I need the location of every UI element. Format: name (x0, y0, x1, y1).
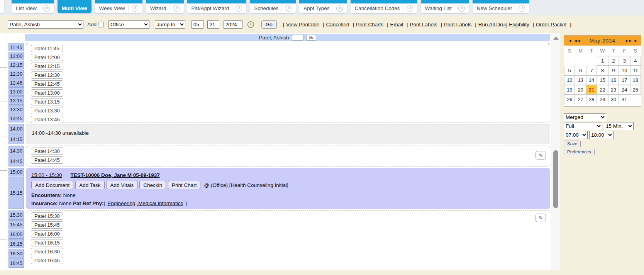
open-slot-button[interactable]: Patel 16:15 (31, 239, 63, 246)
time-cell[interactable]: 13:30 (8, 105, 24, 114)
fb-button[interactable]: f/b (306, 35, 316, 41)
minimize-column-button[interactable]: — (292, 35, 303, 41)
open-slot-button[interactable]: Patel 15:45 (31, 221, 63, 229)
time-cell[interactable]: 12:30 (8, 70, 24, 78)
open-slot-button[interactable]: Patel 13:00 (31, 89, 63, 97)
open-slot-button[interactable]: Patel 14:45 (31, 156, 63, 164)
save-button[interactable]: Save (564, 141, 581, 147)
scrollbar-thumb[interactable] (553, 150, 558, 208)
calendar-day-cell[interactable]: 28 (586, 95, 597, 104)
time-cell[interactable]: 12:00 (8, 52, 24, 60)
calendar-day-cell[interactable]: 25 (630, 85, 641, 95)
calendar-day-cell[interactable]: 19 (564, 85, 575, 95)
external-link-icon[interactable]: ↗ (336, 5, 343, 12)
calendar-day-cell[interactable]: 17 (619, 75, 630, 85)
time-cell[interactable]: 16:30 (8, 249, 24, 258)
external-link-icon[interactable]: ↗ (285, 5, 291, 12)
calendar-day-cell[interactable] (575, 56, 586, 66)
time-cell[interactable]: 15:00 (8, 168, 24, 176)
appointment-time-link[interactable]: 15:00 - 15:30 (31, 172, 62, 178)
calendar-day-cell[interactable]: 1 (597, 56, 608, 66)
appointment-block[interactable]: 15:00 - 15:30 TEST-10006 Doe, Jane M 05-… (26, 168, 550, 209)
time-cell[interactable]: 12:45 (8, 78, 24, 87)
calendar-next-fast-icon[interactable]: ►► (625, 38, 632, 43)
open-slot-button[interactable]: Patel 13:15 (31, 98, 63, 105)
end-time-select[interactable]: 18:00 (589, 131, 613, 139)
facility-select[interactable]: Office (108, 20, 149, 29)
preferences-button[interactable]: Preferences (564, 149, 595, 155)
calendar-day-cell[interactable]: 31 (619, 95, 630, 104)
time-cell[interactable]: 15:30 (8, 210, 24, 220)
tab[interactable]: Schedules ↗ (250, 0, 296, 13)
toolbar-link[interactable]: Print Charts (356, 22, 383, 27)
patient-link[interactable]: TEST-10006 Doe, Jane M 05-09-1937 (71, 172, 160, 178)
open-slot-button[interactable]: Patel 12:00 (31, 54, 63, 61)
calendar-day-cell[interactable]: 5 (564, 66, 575, 75)
calendar-day-cell[interactable]: 6 (575, 66, 586, 75)
open-slot-button[interactable]: Patel 15:30 (31, 212, 63, 220)
external-link-icon[interactable]: ↗ (173, 5, 180, 12)
appointment-action-button[interactable]: Add Vitals (107, 181, 138, 189)
calendar-day-cell[interactable]: 20 (575, 85, 586, 95)
calendar-prev-icon[interactable]: ◄ (568, 38, 571, 43)
open-slot-button[interactable]: Patel 12:30 (31, 71, 63, 79)
time-cell[interactable]: 14:00 (8, 124, 24, 134)
time-cell[interactable]: 13:15 (8, 96, 24, 105)
tab[interactable]: Week View ↗ (95, 0, 142, 13)
time-cell[interactable]: 14:45 (8, 156, 24, 167)
tab[interactable]: Waiting List ↗ (421, 0, 469, 13)
calendar-day-cell[interactable]: 9 (608, 66, 619, 75)
tab[interactable]: Multi View ↗ (58, 0, 92, 13)
tab[interactable]: New Scheduler ↗ (473, 0, 530, 13)
start-time-select[interactable]: 07:00 (564, 131, 588, 139)
time-cell[interactable]: 13:45 (8, 114, 24, 122)
toolbar-link[interactable]: Email (390, 22, 403, 27)
calendar-day-cell[interactable]: 16 (608, 75, 619, 85)
calendar-day-cell[interactable]: 14 (586, 75, 597, 85)
appointment-action-button[interactable]: Add Document (31, 181, 73, 189)
date-year-input[interactable] (224, 20, 242, 29)
interval-select[interactable]: 15 Min. (604, 122, 634, 130)
calendar-day-cell[interactable]: 12 (564, 75, 575, 85)
open-slot-button[interactable]: Patel 12:45 (31, 80, 63, 88)
tab[interactable]: List View ↗ (12, 0, 54, 13)
jump-to-select[interactable]: Jump to (155, 20, 185, 29)
calendar-day-cell[interactable] (630, 95, 641, 104)
tab[interactable]: Appt Types ↗ (299, 0, 347, 13)
appointment-action-button[interactable]: Add Task (75, 181, 104, 189)
partial-tab[interactable] (0, 0, 4, 13)
time-cell[interactable]: 16:00 (8, 230, 24, 239)
calendar-day-cell[interactable]: 4 (630, 56, 641, 66)
calendar-day-cell[interactable]: 29 (597, 95, 608, 104)
toolbar-link[interactable]: Print Labels (444, 22, 471, 27)
open-slot-button[interactable]: Patel 13:30 (31, 107, 63, 114)
scrollbar-up-arrow-icon[interactable] (553, 36, 559, 40)
external-link-icon[interactable]: ↗ (519, 5, 525, 12)
referring-physician-link[interactable]: Engineering, Medical Informatics (107, 200, 183, 206)
calendar-day-cell[interactable]: 2 (608, 56, 619, 66)
vertical-scrollbar[interactable] (551, 33, 560, 270)
time-cell[interactable]: 16:15 (8, 239, 24, 248)
zoom-level-select[interactable]: Full (564, 122, 602, 130)
tab[interactable]: Cancellation Codes ↗ (351, 0, 417, 13)
calendar-next-icon[interactable]: ► (634, 38, 637, 43)
external-link-icon[interactable]: ↗ (132, 5, 138, 12)
calendar-prev-fast-icon[interactable]: ◄◄ (573, 38, 580, 43)
open-slot-button[interactable]: Patel 12:15 (31, 63, 63, 70)
calendar-day-cell[interactable]: 22 (597, 85, 608, 95)
external-link-icon[interactable]: ↗ (458, 5, 465, 12)
open-slot-button[interactable]: Patel 11:45 (31, 45, 63, 52)
calendar-day-cell[interactable]: 11 (630, 66, 641, 75)
time-cell[interactable]: 13:00 (8, 87, 24, 96)
provider-header-link[interactable]: Patel, Ashish (259, 35, 289, 41)
calendar-day-cell[interactable] (586, 56, 597, 66)
appointment-action-button[interactable]: Checkin (139, 181, 166, 189)
clock-calendar-icon[interactable] (247, 21, 254, 28)
open-slot-button[interactable]: Patel 16:45 (31, 257, 63, 264)
time-cell[interactable]: 14:30 (8, 146, 24, 156)
appointment-action-button[interactable]: Print Chart (168, 181, 201, 189)
calendar-day-cell[interactable]: 7 (586, 66, 597, 75)
date-day-input[interactable] (207, 20, 219, 29)
open-slot-button[interactable]: Patel 13:45 (31, 116, 63, 123)
calendar-day-cell[interactable]: 30 (608, 95, 619, 104)
